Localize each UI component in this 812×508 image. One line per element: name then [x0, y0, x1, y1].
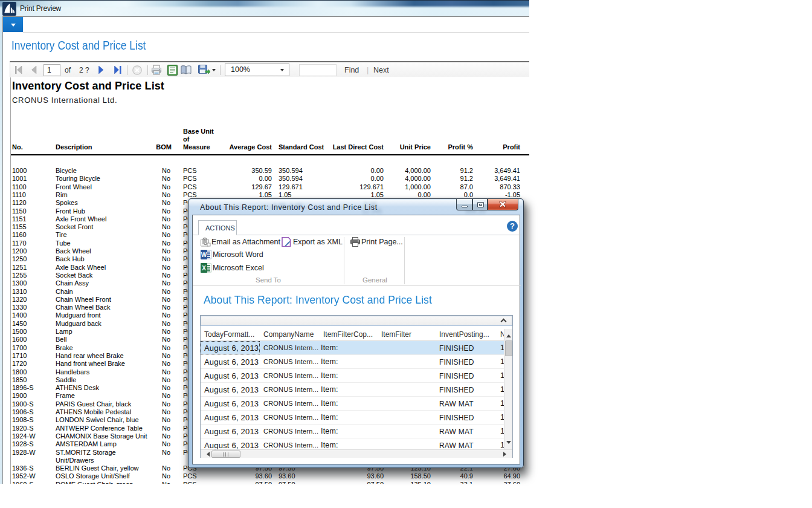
svg-text:X: X	[202, 265, 206, 272]
svg-text:W: W	[201, 252, 207, 258]
